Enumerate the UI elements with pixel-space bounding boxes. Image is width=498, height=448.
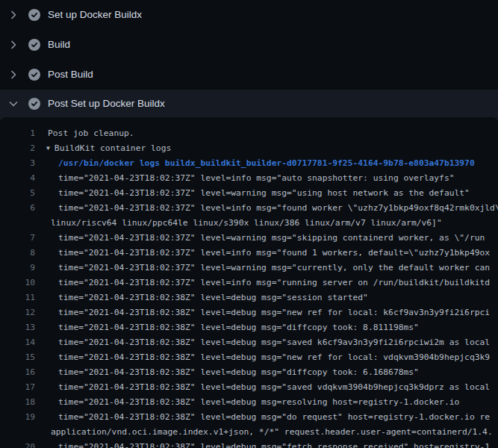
log-line: 12time="2021-04-23T18:02:38Z" level=debu… xyxy=(0,305,498,320)
log-line: 15time="2021-04-23T18:02:38Z" level=debu… xyxy=(0,350,498,365)
log-text: time="2021-04-23T18:02:38Z" level=debug … xyxy=(35,380,490,395)
log-line-number[interactable]: 12 xyxy=(0,305,35,320)
check-circle-icon xyxy=(28,69,40,81)
log-line: 18time="2021-04-23T18:02:38Z" level=debu… xyxy=(0,395,498,410)
log-line-number[interactable]: 7 xyxy=(0,231,35,246)
log-line-number xyxy=(0,425,35,440)
chevron-down-icon xyxy=(7,98,19,110)
log-text: time="2021-04-23T18:02:37Z" level=warnin… xyxy=(35,261,490,276)
log-line: 6time="2021-04-23T18:02:37Z" level=info … xyxy=(0,201,498,216)
log-line-number[interactable]: 14 xyxy=(0,335,35,350)
log-line-number xyxy=(0,216,35,231)
log-line: 20time="2021-04-23T18:02:38Z" level=debu… xyxy=(0,440,498,448)
chevron-right-icon xyxy=(7,69,19,81)
log-text: time="2021-04-23T18:02:37Z" level=info m… xyxy=(35,201,498,216)
log-line-number[interactable]: 9 xyxy=(0,261,35,276)
log-text: time="2021-04-23T18:02:38Z" level=debug … xyxy=(35,350,490,365)
log-text: time="2021-04-23T18:02:38Z" level=debug … xyxy=(35,395,459,410)
log-line-number[interactable]: 11 xyxy=(0,290,35,305)
check-circle-icon xyxy=(28,39,40,51)
log-line-number[interactable]: 19 xyxy=(0,410,35,425)
log-line: 1Post job cleanup. xyxy=(0,126,498,141)
log-line-number[interactable]: 10 xyxy=(0,276,35,290)
step-row-post-set-up-docker-buildx[interactable]: Post Set up Docker Buildx xyxy=(0,90,498,117)
log-text: time="2021-04-23T18:02:37Z" level=info m… xyxy=(35,246,490,261)
log-text: time="2021-04-23T18:02:38Z" level=debug … xyxy=(35,410,490,425)
log-text: linux/riscv64 linux/ppc64le linux/s390x … xyxy=(35,216,442,231)
log-line: 9time="2021-04-23T18:02:37Z" level=warni… xyxy=(0,261,498,276)
step-title: Build xyxy=(48,39,70,51)
log-group-toggle[interactable]: ▼BuildKit container logs xyxy=(35,141,171,156)
log-command-text: /usr/bin/docker logs buildx_buildkit_bui… xyxy=(35,156,475,171)
log-line-number[interactable]: 1 xyxy=(0,126,35,141)
log-line: 19time="2021-04-23T18:02:38Z" level=debu… xyxy=(0,410,498,425)
log-line-number[interactable]: 20 xyxy=(0,440,35,448)
log-line: 17time="2021-04-23T18:02:38Z" level=debu… xyxy=(0,380,498,395)
step-title: Post Set up Docker Buildx xyxy=(48,98,165,110)
log-line: 11time="2021-04-23T18:02:38Z" level=debu… xyxy=(0,290,498,305)
log-text: time="2021-04-23T18:02:38Z" level=debug … xyxy=(35,305,490,320)
log-line: 13time="2021-04-23T18:02:38Z" level=debu… xyxy=(0,320,498,335)
log-line-number[interactable]: 3 xyxy=(0,156,35,171)
log-line-number[interactable]: 6 xyxy=(0,201,35,216)
log-line: 8time="2021-04-23T18:02:37Z" level=info … xyxy=(0,246,498,261)
expanded-step-header[interactable]: Post Set up Docker Buildx xyxy=(0,90,498,117)
log-line-number[interactable]: 15 xyxy=(0,350,35,365)
log-text: time="2021-04-23T18:02:38Z" level=debug … xyxy=(35,365,419,380)
step-row-post-build[interactable]: Post Build xyxy=(0,60,498,90)
log-line-number[interactable]: 13 xyxy=(0,320,35,335)
expanded-step-section: Post Set up Docker Buildx 1Post job clea… xyxy=(0,90,498,448)
log-text: Post job cleanup. xyxy=(35,126,134,141)
log-line: 2▼BuildKit container logs xyxy=(0,141,498,156)
check-circle-icon xyxy=(28,98,40,110)
log-line-continuation: application/vnd.oci.image.index.v1+json,… xyxy=(0,425,498,440)
log-text: time="2021-04-23T18:02:38Z" level=debug … xyxy=(35,440,490,448)
log-text: application/vnd.oci.image.index.v1+json,… xyxy=(35,425,493,440)
step-row-set-up-docker-buildx[interactable]: Set up Docker Buildx xyxy=(0,0,498,30)
log-area: 1Post job cleanup.2▼BuildKit container l… xyxy=(0,117,498,448)
step-title: Post Build xyxy=(48,69,93,81)
chevron-right-icon xyxy=(7,9,19,21)
log-line-number[interactable]: 18 xyxy=(0,395,35,410)
log-line: 7time="2021-04-23T18:02:37Z" level=warni… xyxy=(0,231,498,246)
chevron-right-icon xyxy=(7,39,19,51)
workflow-steps-panel: Set up Docker BuildxBuildPost Build Post… xyxy=(0,0,498,448)
steps-list: Set up Docker BuildxBuildPost Build xyxy=(0,0,498,90)
log-line-number[interactable]: 17 xyxy=(0,380,35,395)
step-row-build[interactable]: Build xyxy=(0,30,498,60)
log-line: 16time="2021-04-23T18:02:38Z" level=debu… xyxy=(0,365,498,380)
check-circle-icon xyxy=(28,9,40,21)
log-line-number[interactable]: 8 xyxy=(0,246,35,261)
log-line: 5time="2021-04-23T18:02:37Z" level=warni… xyxy=(0,186,498,201)
log-text: time="2021-04-23T18:02:38Z" level=debug … xyxy=(35,335,490,350)
log-text: time="2021-04-23T18:02:37Z" level=info m… xyxy=(35,276,490,290)
log-text: time="2021-04-23T18:02:37Z" level=warnin… xyxy=(35,231,485,246)
log-line: 3/usr/bin/docker logs buildx_buildkit_bu… xyxy=(0,156,498,171)
log-line-number[interactable]: 4 xyxy=(0,171,35,186)
log-text: time="2021-04-23T18:02:37Z" level=info m… xyxy=(35,171,455,186)
step-title: Set up Docker Buildx xyxy=(48,9,142,21)
log-line: 10time="2021-04-23T18:02:37Z" level=info… xyxy=(0,276,498,290)
log-line: 4time="2021-04-23T18:02:37Z" level=info … xyxy=(0,171,498,186)
log-text: time="2021-04-23T18:02:38Z" level=debug … xyxy=(35,320,419,335)
log-text: time="2021-04-23T18:02:37Z" level=warnin… xyxy=(35,186,470,201)
log-line-continuation: linux/riscv64 linux/ppc64le linux/s390x … xyxy=(0,216,498,231)
log-line-number[interactable]: 5 xyxy=(0,186,35,201)
log-line-number[interactable]: 2 xyxy=(0,141,35,156)
triangle-down-icon: ▼ xyxy=(46,141,50,156)
log-text: time="2021-04-23T18:02:38Z" level=debug … xyxy=(35,290,368,305)
log-line: 14time="2021-04-23T18:02:38Z" level=debu… xyxy=(0,335,498,350)
log-group-label: BuildKit container logs xyxy=(55,143,171,153)
log-line-number[interactable]: 16 xyxy=(0,365,35,380)
